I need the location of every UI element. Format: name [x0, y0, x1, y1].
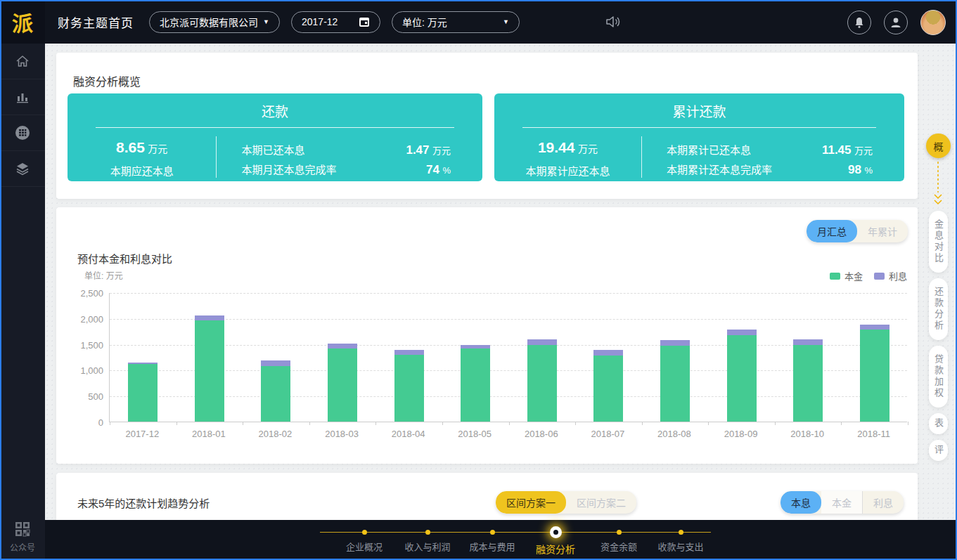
metric-principal-interest-button[interactable]: 本息	[781, 491, 821, 514]
date-select-value: 2017-12	[302, 16, 338, 27]
gridline	[110, 396, 907, 397]
scheme-two-button[interactable]: 区间方案二	[566, 491, 636, 514]
metric-principal-button[interactable]: 本金	[821, 491, 863, 514]
date-select[interactable]: 2017-12	[291, 11, 380, 33]
bar-本金-2018-06[interactable]	[527, 345, 557, 422]
bar-利息-2018-05[interactable]	[461, 345, 490, 349]
bar-利息-2018-06[interactable]	[527, 339, 557, 345]
bar-利息-2018-02[interactable]	[261, 360, 290, 366]
bar-本金-2018-02[interactable]	[261, 366, 290, 422]
divider	[522, 127, 876, 128]
stat-row: 本期累计还本息完成率 98 %	[667, 162, 873, 177]
anchor-overview-badge[interactable]: 概	[926, 134, 951, 158]
user-avatar[interactable]	[920, 10, 946, 35]
bar-本金-2018-03[interactable]	[328, 349, 357, 422]
stat-value: 74	[426, 163, 439, 176]
nav-receipt-payment[interactable]: 收款与支出	[642, 520, 719, 553]
cumulative-card-title: 累计还款	[494, 93, 904, 120]
chevron-down-icon: ▼	[263, 18, 269, 25]
anchor-repayment-analysis[interactable]: 还款分析	[929, 278, 948, 340]
step-dot	[679, 530, 683, 535]
x-axis-label: 2018-07	[574, 429, 641, 439]
bar-利息-2017-12[interactable]	[128, 363, 158, 363]
anchor-interest-compare[interactable]: 金息对比	[929, 211, 948, 273]
primary-value: 8.65	[116, 139, 145, 155]
sidebar-item-layers[interactable]	[0, 151, 45, 187]
bar-利息-2018-08[interactable]	[660, 340, 690, 346]
left-sidebar: 公众号	[0, 44, 45, 560]
sidebar-item-data-grid[interactable]	[0, 115, 45, 151]
sound-toggle-icon[interactable]	[605, 14, 622, 30]
y-axis-label: 1,500	[60, 340, 103, 351]
chevron-down-icon: ▼	[503, 18, 509, 25]
toggle-monthly[interactable]: 月汇总	[807, 220, 857, 242]
anchor-table[interactable]: 表	[929, 413, 948, 434]
bar-本金-2018-04[interactable]	[394, 355, 424, 422]
gridline	[110, 370, 907, 371]
stat-unit: %	[864, 165, 873, 176]
stat-value: 98	[848, 163, 861, 176]
y-axis-label: 1,000	[60, 365, 103, 376]
company-select[interactable]: 北京派可数据有限公司 ▼	[149, 11, 280, 33]
bar-利息-2018-11[interactable]	[860, 325, 889, 330]
sidebar-item-home[interactable]	[0, 44, 45, 79]
app-logo: 派	[0, 0, 45, 44]
step-dot	[425, 530, 430, 535]
official-account-label: 公众号	[0, 541, 45, 553]
primary-unit: 万元	[148, 143, 167, 155]
calendar-icon	[359, 16, 370, 27]
logo-glyph: 派	[12, 6, 33, 37]
stat-row: 本期累计已还本息 11.45 万元	[667, 142, 873, 157]
stat-row: 本期已还本息 1.47 万元	[241, 142, 451, 157]
chart-title: 预付本金和利息对比	[77, 251, 172, 266]
metric-interest-button[interactable]: 利息	[863, 491, 904, 514]
unit-select[interactable]: 单位: 万元 ▼	[392, 11, 520, 33]
primary-label: 本期累计应还本息	[494, 163, 641, 178]
bar-利息-2018-04[interactable]	[394, 350, 424, 355]
bar-本金-2018-09[interactable]	[727, 335, 757, 422]
bar-本金-2018-11[interactable]	[860, 330, 889, 422]
anchor-loan-weighted[interactable]: 贷款加权	[929, 346, 948, 408]
sidebar-item-charts[interactable]	[0, 79, 45, 115]
toggle-yearly[interactable]: 年累计	[857, 220, 908, 242]
bar-本金-2018-01[interactable]	[195, 320, 224, 422]
bar-利息-2018-09[interactable]	[727, 330, 757, 335]
person-icon	[889, 16, 902, 29]
stat-label: 本期已还本息	[241, 142, 304, 157]
scheme-one-button[interactable]: 区间方案一	[496, 491, 566, 514]
x-axis-label: 2018-09	[707, 429, 774, 439]
repayment-card-title: 还款	[68, 93, 482, 120]
bar-本金-2018-07[interactable]	[593, 356, 623, 422]
bar-本金-2018-08[interactable]	[660, 346, 690, 422]
cumulative-repayment-card: 累计还款 19.44 万元 本期累计应还本息 本期累计已还本息 11.45 万元	[494, 93, 904, 181]
layers-icon	[14, 160, 31, 177]
chart-unit-label: 单位: 万元	[84, 269, 123, 281]
plot-area	[109, 293, 907, 422]
x-axis: 2017-122018-012018-022018-032018-042018-…	[109, 422, 907, 439]
future-repayment-card: 未来5年的还款计划趋势分析 区间方案一 区间方案二 本息 本金 利息	[56, 473, 918, 520]
legend-item-interest[interactable]: 利息	[874, 269, 907, 282]
stat-label: 本期月还本息完成率	[241, 162, 336, 176]
legend-item-principal[interactable]: 本金	[830, 269, 863, 282]
bar-本金-2017-12[interactable]	[128, 364, 158, 422]
principal-interest-chart-card: 月汇总 年累计 预付本金和利息对比 单位: 万元 本金 利息 05001,000…	[56, 207, 918, 464]
bar-利息-2018-01[interactable]	[195, 315, 224, 320]
anchor-rating[interactable]: 评	[929, 440, 948, 461]
bar-利息-2018-10[interactable]	[793, 339, 823, 345]
official-account-link[interactable]: 公众号	[0, 520, 45, 553]
bar-利息-2018-07[interactable]	[593, 350, 623, 356]
x-axis-label: 2018-04	[375, 429, 442, 439]
account-button[interactable]	[884, 11, 908, 34]
bar-本金-2018-10[interactable]	[793, 345, 823, 422]
gridline	[110, 345, 907, 346]
scheme-toggle: 区间方案一 区间方案二	[496, 491, 636, 514]
y-axis-label: 2,500	[60, 288, 103, 299]
notifications-button[interactable]	[847, 11, 871, 34]
primary-label: 本期应还本息	[68, 163, 216, 178]
legend-label: 本金	[844, 269, 863, 282]
bottom-step-nav: 企业概况 收入与利润 成本与费用 融资分析 资金余额 收款与支出	[45, 520, 957, 560]
bar-利息-2018-03[interactable]	[328, 344, 357, 349]
unit-select-value: 单位: 万元	[402, 15, 447, 29]
bar-本金-2018-05[interactable]	[461, 349, 490, 422]
step-dot	[362, 530, 367, 535]
